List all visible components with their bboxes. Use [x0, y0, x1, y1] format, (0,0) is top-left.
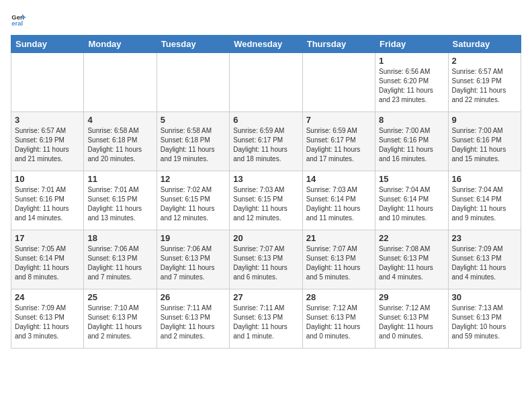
calendar-cell: 15Sunrise: 7:04 AM Sunset: 6:14 PM Dayli… — [375, 171, 448, 230]
calendar-cell: 13Sunrise: 7:03 AM Sunset: 6:15 PM Dayli… — [230, 171, 302, 230]
day-number: 1 — [379, 56, 444, 66]
day-info: Sunrise: 7:07 AM Sunset: 6:13 PM Dayligh… — [306, 244, 371, 282]
calendar-cell: 9Sunrise: 7:00 AM Sunset: 6:16 PM Daylig… — [448, 112, 521, 171]
day-number: 5 — [161, 115, 226, 125]
calendar-table: SundayMondayTuesdayWednesdayThursdayFrid… — [11, 35, 521, 349]
calendar-cell — [84, 53, 157, 112]
day-info: Sunrise: 7:03 AM Sunset: 6:15 PM Dayligh… — [233, 185, 298, 223]
calendar-cell: 28Sunrise: 7:12 AM Sunset: 6:13 PM Dayli… — [302, 289, 375, 349]
calendar-header-row: SundayMondayTuesdayWednesdayThursdayFrid… — [11, 36, 521, 53]
day-number: 20 — [233, 233, 298, 243]
calendar-cell: 10Sunrise: 7:01 AM Sunset: 6:16 PM Dayli… — [11, 171, 84, 230]
calendar-cell: 4Sunrise: 6:58 AM Sunset: 6:18 PM Daylig… — [84, 112, 157, 171]
day-info: Sunrise: 7:01 AM Sunset: 6:15 PM Dayligh… — [87, 185, 152, 223]
day-info: Sunrise: 7:06 AM Sunset: 6:13 PM Dayligh… — [87, 244, 152, 282]
day-info: Sunrise: 7:02 AM Sunset: 6:15 PM Dayligh… — [161, 185, 226, 223]
day-info: Sunrise: 7:00 AM Sunset: 6:16 PM Dayligh… — [379, 126, 444, 164]
calendar-cell: 2Sunrise: 6:57 AM Sunset: 6:19 PM Daylig… — [448, 53, 521, 112]
day-info: Sunrise: 7:09 AM Sunset: 6:13 PM Dayligh… — [452, 244, 517, 282]
day-number: 29 — [379, 292, 444, 302]
weekday-header-monday: Monday — [84, 36, 157, 53]
day-number: 13 — [233, 174, 298, 184]
day-info: Sunrise: 6:57 AM Sunset: 6:19 PM Dayligh… — [15, 126, 80, 164]
calendar-week-1: 1Sunrise: 6:56 AM Sunset: 6:20 PM Daylig… — [11, 53, 521, 112]
calendar-cell — [302, 53, 375, 112]
weekday-header-friday: Friday — [375, 36, 448, 53]
day-info: Sunrise: 7:05 AM Sunset: 6:14 PM Dayligh… — [15, 244, 80, 282]
calendar-cell: 27Sunrise: 7:11 AM Sunset: 6:13 PM Dayli… — [230, 289, 302, 349]
day-number: 24 — [15, 292, 80, 302]
day-number: 6 — [233, 115, 298, 125]
day-number: 10 — [15, 174, 80, 184]
day-info: Sunrise: 7:10 AM Sunset: 6:13 PM Dayligh… — [87, 304, 152, 341]
calendar-week-4: 17Sunrise: 7:05 AM Sunset: 6:14 PM Dayli… — [11, 230, 521, 289]
calendar-cell — [11, 53, 84, 112]
day-number: 2 — [452, 56, 517, 66]
day-info: Sunrise: 7:11 AM Sunset: 6:13 PM Dayligh… — [161, 304, 226, 341]
day-number: 25 — [87, 292, 152, 302]
calendar-cell: 14Sunrise: 7:03 AM Sunset: 6:14 PM Dayli… — [302, 171, 375, 230]
day-number: 18 — [87, 233, 152, 243]
day-number: 23 — [452, 233, 517, 243]
weekday-header-tuesday: Tuesday — [157, 36, 229, 53]
day-info: Sunrise: 7:07 AM Sunset: 6:13 PM Dayligh… — [233, 244, 298, 282]
calendar-cell: 7Sunrise: 6:59 AM Sunset: 6:17 PM Daylig… — [302, 112, 375, 171]
day-info: Sunrise: 6:59 AM Sunset: 6:17 PM Dayligh… — [233, 126, 298, 164]
day-number: 4 — [87, 115, 152, 125]
svg-text:eral: eral — [11, 19, 23, 27]
day-number: 21 — [306, 233, 371, 243]
day-number: 8 — [379, 115, 444, 125]
calendar-cell: 16Sunrise: 7:04 AM Sunset: 6:14 PM Dayli… — [448, 171, 521, 230]
day-info: Sunrise: 7:03 AM Sunset: 6:14 PM Dayligh… — [306, 185, 371, 223]
calendar-cell: 11Sunrise: 7:01 AM Sunset: 6:15 PM Dayli… — [84, 171, 157, 230]
page-header: Gen eral — [11, 11, 521, 27]
calendar-cell: 5Sunrise: 6:58 AM Sunset: 6:18 PM Daylig… — [157, 112, 229, 171]
day-info: Sunrise: 7:12 AM Sunset: 6:13 PM Dayligh… — [306, 304, 371, 341]
day-number: 7 — [306, 115, 371, 125]
calendar-cell: 30Sunrise: 7:13 AM Sunset: 6:13 PM Dayli… — [448, 289, 521, 349]
calendar-cell: 8Sunrise: 7:00 AM Sunset: 6:16 PM Daylig… — [375, 112, 448, 171]
calendar-cell: 18Sunrise: 7:06 AM Sunset: 6:13 PM Dayli… — [84, 230, 157, 289]
day-number: 12 — [161, 174, 226, 184]
day-info: Sunrise: 6:56 AM Sunset: 6:20 PM Dayligh… — [379, 67, 444, 105]
calendar-cell: 17Sunrise: 7:05 AM Sunset: 6:14 PM Dayli… — [11, 230, 84, 289]
day-number: 15 — [379, 174, 444, 184]
calendar-cell: 1Sunrise: 6:56 AM Sunset: 6:20 PM Daylig… — [375, 53, 448, 112]
calendar-week-2: 3Sunrise: 6:57 AM Sunset: 6:19 PM Daylig… — [11, 112, 521, 171]
day-number: 26 — [161, 292, 226, 302]
calendar-cell: 20Sunrise: 7:07 AM Sunset: 6:13 PM Dayli… — [230, 230, 302, 289]
day-number: 17 — [15, 233, 80, 243]
calendar-cell: 25Sunrise: 7:10 AM Sunset: 6:13 PM Dayli… — [84, 289, 157, 349]
calendar-cell: 12Sunrise: 7:02 AM Sunset: 6:15 PM Dayli… — [157, 171, 229, 230]
day-info: Sunrise: 7:00 AM Sunset: 6:16 PM Dayligh… — [452, 126, 517, 164]
calendar-cell: 19Sunrise: 7:06 AM Sunset: 6:13 PM Dayli… — [157, 230, 229, 289]
calendar-cell: 24Sunrise: 7:09 AM Sunset: 6:13 PM Dayli… — [11, 289, 84, 349]
weekday-header-wednesday: Wednesday — [230, 36, 302, 53]
day-info: Sunrise: 7:11 AM Sunset: 6:13 PM Dayligh… — [233, 304, 298, 341]
weekday-header-saturday: Saturday — [448, 36, 521, 53]
logo: Gen eral — [11, 11, 30, 27]
day-info: Sunrise: 6:57 AM Sunset: 6:19 PM Dayligh… — [452, 67, 517, 105]
calendar-cell: 21Sunrise: 7:07 AM Sunset: 6:13 PM Dayli… — [302, 230, 375, 289]
calendar-cell: 29Sunrise: 7:12 AM Sunset: 6:13 PM Dayli… — [375, 289, 448, 349]
day-number: 30 — [452, 292, 517, 302]
day-number: 28 — [306, 292, 371, 302]
day-number: 27 — [233, 292, 298, 302]
calendar-cell: 3Sunrise: 6:57 AM Sunset: 6:19 PM Daylig… — [11, 112, 84, 171]
day-info: Sunrise: 7:12 AM Sunset: 6:13 PM Dayligh… — [379, 304, 444, 341]
calendar-week-3: 10Sunrise: 7:01 AM Sunset: 6:16 PM Dayli… — [11, 171, 521, 230]
calendar-cell — [157, 53, 229, 112]
calendar-cell: 6Sunrise: 6:59 AM Sunset: 6:17 PM Daylig… — [230, 112, 302, 171]
day-number: 14 — [306, 174, 371, 184]
day-info: Sunrise: 7:13 AM Sunset: 6:13 PM Dayligh… — [452, 304, 517, 341]
day-info: Sunrise: 7:08 AM Sunset: 6:13 PM Dayligh… — [379, 244, 444, 282]
day-info: Sunrise: 7:04 AM Sunset: 6:14 PM Dayligh… — [379, 185, 444, 223]
calendar-cell: 22Sunrise: 7:08 AM Sunset: 6:13 PM Dayli… — [375, 230, 448, 289]
day-number: 3 — [15, 115, 80, 125]
calendar-cell: 26Sunrise: 7:11 AM Sunset: 6:13 PM Dayli… — [157, 289, 229, 349]
day-number: 9 — [452, 115, 517, 125]
day-info: Sunrise: 7:01 AM Sunset: 6:16 PM Dayligh… — [15, 185, 80, 223]
day-number: 22 — [379, 233, 444, 243]
calendar-week-5: 24Sunrise: 7:09 AM Sunset: 6:13 PM Dayli… — [11, 289, 521, 349]
day-info: Sunrise: 6:58 AM Sunset: 6:18 PM Dayligh… — [87, 126, 152, 164]
